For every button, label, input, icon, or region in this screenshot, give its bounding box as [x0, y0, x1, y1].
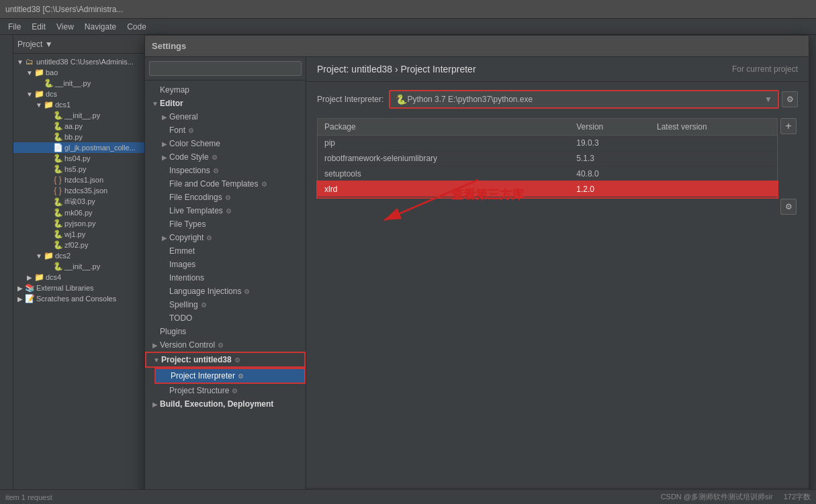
stree-label: Language Injections [169, 287, 241, 296]
tree-bb[interactable]: 🐍 bb.py [13, 132, 154, 142]
stree-version-control[interactable]: ▶ Version Control ⚙ [145, 338, 306, 352]
tree-zf02[interactable]: 🐍 zf02.py [13, 240, 154, 250]
stree-label: Build, Execution, Deployment [160, 399, 273, 409]
tree-ifi03[interactable]: 🐍 ifi诶03.py [13, 196, 154, 207]
tree-bao[interactable]: ▼ 📁 bao [13, 67, 154, 78]
tree-pyjson[interactable]: 🐍 pyjson.py [13, 218, 154, 229]
col-version: Version [570, 119, 650, 136]
stree-editor[interactable]: ▼ Editor [145, 97, 306, 110]
stree-label: Font [169, 125, 185, 135]
gear-button[interactable]: ⚙ [782, 91, 798, 107]
title-bar: untitled38 [C:\Users\Administra... [0, 0, 816, 19]
stree-plugins[interactable]: Plugins [145, 325, 306, 338]
tree-label: gl_jk.postman_colle... [64, 144, 136, 152]
python-icon: 🐍 [396, 94, 407, 105]
interpreter-dropdown[interactable]: 🐍 Python 3.7 E:\python37\python.exe ▼ [389, 90, 779, 109]
menu-navigate[interactable]: Navigate [79, 21, 122, 33]
tree-gl-jk[interactable]: 📄 gl_jk.postman_colle... [13, 142, 154, 153]
stree-build[interactable]: ▶ Build, Execution, Deployment [145, 397, 306, 411]
tree-hzdcs1[interactable]: { } hzdcs1.json [13, 174, 154, 185]
stree-live-templates[interactable]: Live Templates ⚙ [154, 204, 306, 217]
tree-dcs2[interactable]: ▼ 📁 dcs2 [13, 250, 154, 261]
stree-intentions[interactable]: Intentions [154, 271, 306, 285]
stree-label: Color Scheme [169, 139, 220, 148]
py-icon: 🐍 [52, 111, 63, 120]
cell-version: 5.1.3 [570, 151, 650, 166]
interpreter-dropdown-text: Python 3.7 E:\python37\python.exe [407, 95, 762, 104]
tree-hs5[interactable]: 🐍 hs5.py [13, 164, 154, 174]
json-icon: { } [52, 175, 63, 185]
settings-search-container [145, 57, 306, 81]
stree-spelling[interactable]: Spelling ⚙ [154, 298, 306, 311]
project-panel-header: Project ▼ [13, 35, 154, 54]
tree-aa[interactable]: 🐍 aa.py [13, 121, 154, 132]
stree-inspections[interactable]: Inspections ⚙ [154, 164, 306, 177]
stree-label: Project Structure [169, 386, 229, 395]
menu-view[interactable]: View [51, 21, 79, 33]
stree-keymap[interactable]: Keymap [145, 83, 306, 97]
settings-dialog: Settings Keymap [144, 35, 809, 504]
tree-label: dcs [46, 90, 57, 98]
stree-file-code-templates[interactable]: File and Code Templates ⚙ [154, 177, 306, 191]
tree-untitled38[interactable]: ▼ 🗂 untitled38 C:\Users\Adminis... [13, 56, 154, 67]
stree-language-injections[interactable]: Language Injections ⚙ [154, 285, 306, 298]
cell-package: robotframework-seleniumlibrary [318, 151, 570, 166]
stree-project-structure[interactable]: Project Structure ⚙ [154, 384, 306, 397]
stree-todo[interactable]: TODO [154, 311, 306, 325]
add-package-button[interactable]: + [780, 118, 797, 134]
settings-search-input[interactable] [149, 61, 302, 76]
tree-label: dcs4 [46, 273, 61, 281]
stree-font[interactable]: Font ⚙ [154, 123, 306, 137]
tree-dcs4[interactable]: ▶ 📁 dcs4 [13, 272, 154, 283]
tree-label: zf02.py [64, 241, 88, 249]
menu-edit[interactable]: Edit [26, 21, 51, 33]
stree-file-types[interactable]: File Types [154, 217, 306, 231]
menu-bar: File Edit View Navigate Code [0, 19, 816, 35]
tree-init-dcs2[interactable]: 🐍 __init__.py [13, 261, 154, 272]
package-settings-button[interactable]: ⚙ [780, 199, 797, 215]
ide-background: untitled38 [C:\Users\Administra... File … [0, 0, 816, 504]
table-row[interactable]: robotframework-seleniumlibrary 5.1.3 [318, 151, 777, 166]
ide-main: Project ▼ ▼ 🗂 untitled38 C:\Users\Admini… [0, 35, 816, 504]
stree-images[interactable]: Images [154, 258, 306, 271]
table-row[interactable]: pip 19.0.3 [318, 136, 777, 151]
tree-label: External Libraries [36, 284, 94, 292]
menu-code[interactable]: Code [122, 21, 152, 33]
stree-project-interpreter[interactable]: Project Interpreter ⚙ [154, 368, 306, 384]
stree-label: File Types [169, 219, 206, 229]
py-icon: 🐍 [52, 240, 63, 250]
tree-external-libs[interactable]: ▶ 📚 External Libraries [13, 283, 154, 293]
tree-scratches[interactable]: ▶ 📝 Scratches and Consoles [13, 293, 154, 304]
stree-file-encodings[interactable]: File Encodings ⚙ [154, 191, 306, 204]
tree-init-bao[interactable]: 🐍 __init__.py [13, 78, 154, 89]
tree-hs04[interactable]: 🐍 hs04.py [13, 153, 154, 164]
tree-label: __init__.py [55, 79, 91, 87]
project-panel-title: Project ▼ [17, 40, 53, 49]
tree-hzdcs35[interactable]: { } hzdcs35.json [13, 185, 154, 196]
project-tree[interactable]: ▼ 🗂 untitled38 C:\Users\Adminis... ▼ 📁 b… [13, 54, 154, 504]
stree-project-untitled38[interactable]: ▼ Project: untitled38 ⚙ [145, 352, 306, 368]
tree-wj1[interactable]: 🐍 wj1.py [13, 229, 154, 240]
py-icon: 🐍 [43, 79, 54, 88]
stree-label: Keymap [160, 85, 189, 95]
folder-icon: 📁 [34, 272, 44, 282]
stree-general[interactable]: ▶ General [154, 110, 306, 123]
tree-label: __init__.py [64, 111, 100, 119]
tree-mk06[interactable]: 🐍 mk06.py [13, 207, 154, 218]
tree-arrow: ▼ [16, 58, 24, 66]
settings-content: Keymap ▼ Editor ▶ General [145, 57, 809, 504]
tree-dcs1[interactable]: ▼ 📁 dcs1 [13, 99, 154, 110]
tree-init-dcs1[interactable]: 🐍 __init__.py [13, 110, 154, 121]
stree-code-style[interactable]: ▶ Code Style ⚙ [154, 150, 306, 164]
folder-icon: 📚 [24, 283, 35, 293]
stree-label: File and Code Templates [169, 179, 259, 189]
tree-label: hs04.py [64, 154, 91, 162]
stree-color-scheme[interactable]: ▶ Color Scheme [154, 137, 306, 150]
ide-status-bar: item 1 request CSDN @多测师软件测试培训师sir 172字数 [0, 489, 816, 504]
menu-file[interactable]: File [3, 21, 26, 33]
stree-emmet[interactable]: Emmet [154, 244, 306, 258]
stree-copyright[interactable]: ▶ Copyright ⚙ [154, 231, 306, 244]
stree-label: Editor [160, 99, 183, 108]
tree-dcs[interactable]: ▼ 📁 dcs [13, 89, 154, 99]
settings-right-header: Project: untitled38 › Project Interprete… [306, 57, 809, 82]
